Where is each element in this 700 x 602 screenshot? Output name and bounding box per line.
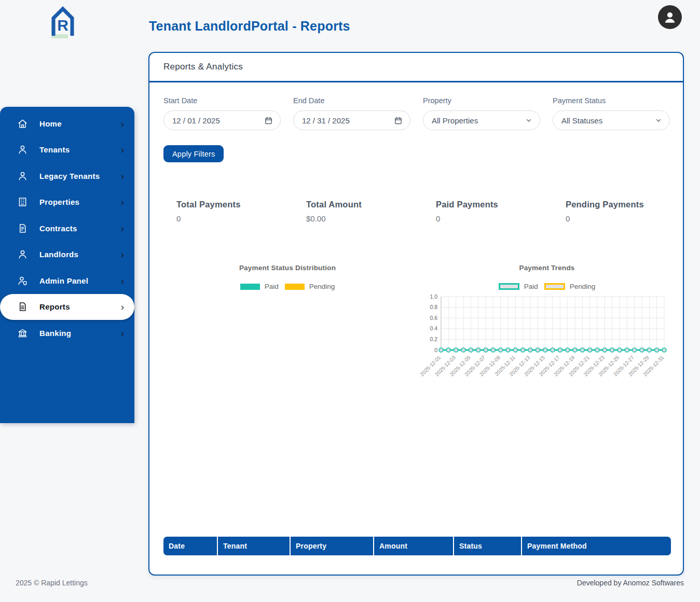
bank-icon	[17, 328, 28, 339]
trends-chart: Payment Trends PaidPending	[419, 264, 675, 290]
sidebar-item-label: Admin Panel	[39, 276, 88, 285]
filter-label-property: Property	[423, 96, 540, 105]
stat-label: Total Amount	[306, 200, 436, 209]
stat-total-payments: Total Payments0	[176, 200, 306, 223]
sidebar-item-label: Tenants	[39, 145, 70, 154]
end-date-input[interactable]: 12 / 31 / 2025	[293, 110, 410, 130]
calendar-icon	[264, 116, 273, 125]
payment-status-select[interactable]: All Statuses	[553, 110, 670, 130]
calendar-icon	[394, 116, 403, 125]
filter-label-end-date: End Date	[293, 96, 410, 105]
user-icon	[17, 171, 28, 181]
filter-field-payment-status: Payment StatusAll Statuses	[553, 96, 670, 130]
sidebar-item-label: Reports	[39, 302, 70, 311]
start-date-input[interactable]: 12 / 01 / 2025	[163, 110, 281, 130]
reports-panel: Reports & Analytics Start Date12 / 01 / …	[148, 52, 684, 576]
payments-table-header: DateTenantPropertyAmountStatusPayment Me…	[163, 537, 671, 555]
sidebar-item-label: Landlords	[39, 250, 78, 259]
admin-user-icon	[17, 275, 28, 286]
table-header-tenant: Tenant	[218, 537, 291, 555]
stat-value: 0	[176, 214, 306, 223]
home-icon	[17, 118, 28, 129]
building-icon	[17, 197, 28, 207]
table-header-property: Property	[291, 537, 374, 555]
chevron-right-icon: ›	[121, 276, 124, 286]
chevron-down-icon	[655, 117, 662, 124]
trends-chart-plot: 1.00.80.60.40.202025-12-012025-12-032025…	[419, 291, 668, 393]
chevron-right-icon: ›	[121, 223, 124, 233]
legend-label: Pending	[309, 283, 335, 290]
legend-label: Pending	[570, 283, 596, 290]
stat-label: Total Payments	[176, 200, 306, 209]
stats-row: Total Payments0Total Amount$0.00Paid Pay…	[176, 200, 695, 223]
legend-swatch	[240, 284, 260, 290]
filter-field-property: PropertyAll Properties	[423, 96, 540, 130]
sidebar-item-admin-panel[interactable]: Admin Panel›	[0, 268, 134, 294]
sidebar-item-label: Properties	[39, 198, 79, 206]
apply-filters-button[interactable]: Apply Filters	[163, 145, 224, 162]
table-header-date: Date	[163, 537, 218, 555]
filter-label-payment-status: Payment Status	[553, 96, 670, 105]
table-header-amount: Amount	[374, 537, 454, 555]
property-select[interactable]: All Properties	[423, 110, 540, 130]
sidebar-item-label: Home	[39, 119, 62, 128]
sidebar-item-properties[interactable]: Properties›	[0, 189, 134, 216]
legend-swatch	[499, 283, 519, 290]
app-logo: R	[46, 4, 79, 41]
svg-text:0.2: 0.2	[430, 336, 437, 342]
footer-credit: Developed by Anomoz Softwares	[577, 579, 684, 587]
sidebar-item-label: Contracts	[39, 224, 77, 233]
sidebar-item-label: Banking	[39, 329, 71, 338]
stat-label: Paid Payments	[436, 200, 566, 209]
panel-title: Reports & Analytics	[163, 62, 243, 72]
end-date-value: 12 / 31 / 2025	[302, 116, 350, 125]
legend-swatch	[285, 284, 305, 290]
chevron-right-icon: ›	[121, 302, 124, 312]
house-r-logo-icon: R	[46, 4, 79, 41]
person-icon	[662, 9, 678, 25]
sidebar-item-tenants[interactable]: Tenants›	[0, 137, 134, 163]
svg-text:0.8: 0.8	[430, 304, 437, 310]
filters-row: Start Date12 / 01 / 2025End Date12 / 31 …	[163, 96, 670, 130]
stat-total-amount: Total Amount$0.00	[306, 200, 436, 223]
legend-item-pending: Pending	[285, 283, 335, 290]
sidebar-item-legacy-tenants[interactable]: Legacy Tenants›	[0, 163, 134, 189]
user-avatar[interactable]	[658, 5, 682, 29]
stat-paid-payments: Paid Payments0	[436, 200, 566, 223]
distribution-chart: Payment Status Distribution PaidPending	[158, 264, 417, 353]
sidebar-item-landlords[interactable]: Landlords›	[0, 242, 134, 268]
sidebar-item-contracts[interactable]: Contracts›	[0, 215, 134, 242]
stat-value: 0	[566, 214, 695, 223]
stat-label: Pending Payments	[566, 200, 695, 209]
sidebar-item-banking[interactable]: Banking›	[0, 320, 134, 346]
contract-icon	[17, 223, 28, 234]
sidebar-item-home[interactable]: Home›	[0, 110, 134, 137]
report-icon	[17, 301, 28, 312]
user-icon	[17, 249, 28, 260]
page-title: Tenant LandlordPortal - Reports	[149, 19, 350, 34]
user-icon	[17, 144, 28, 155]
legend-item-paid: Paid	[499, 283, 538, 290]
filter-field-end-date: End Date12 / 31 / 2025	[293, 96, 410, 130]
chevron-right-icon: ›	[121, 119, 124, 129]
distribution-chart-canvas	[158, 290, 417, 353]
legend-item-paid: Paid	[240, 283, 279, 290]
filter-label-start-date: Start Date	[163, 96, 281, 105]
stat-value: 0	[436, 214, 566, 223]
legend-swatch	[544, 283, 565, 290]
chevron-right-icon: ›	[121, 197, 124, 207]
filter-field-start-date: Start Date12 / 01 / 2025	[163, 96, 281, 130]
stat-pending-payments: Pending Payments0	[566, 200, 695, 223]
svg-text:0.4: 0.4	[430, 325, 437, 331]
chevron-right-icon: ›	[121, 145, 124, 155]
sidebar-item-reports[interactable]: Reports›	[0, 294, 134, 320]
panel-header: Reports & Analytics	[149, 53, 683, 82]
sidebar-nav: Home›Tenants›Legacy Tenants›Properties›C…	[0, 107, 134, 423]
distribution-chart-title: Payment Status Distribution	[158, 264, 417, 272]
chevron-down-icon	[525, 117, 532, 124]
stat-value: $0.00	[306, 214, 436, 223]
chevron-right-icon: ›	[121, 249, 124, 259]
legend-label: Paid	[524, 283, 538, 290]
svg-text:0.6: 0.6	[430, 315, 437, 321]
chevron-right-icon: ›	[121, 328, 124, 338]
